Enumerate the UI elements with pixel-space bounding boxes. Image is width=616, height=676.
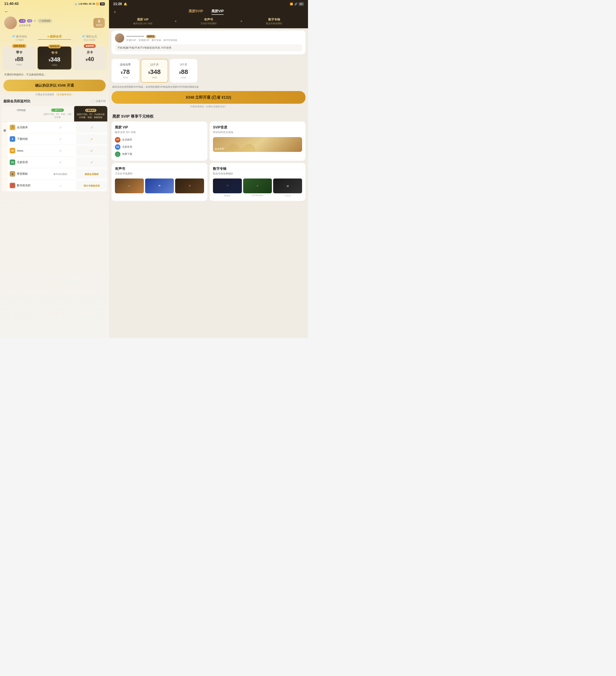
left-panel: 11:40:43 📡 1.10 KB/s 4G 4G 📶 73 ← 会员 lv1… — [0, 0, 109, 338]
benefit-card-vip[interactable]: 黑胶 VIP 畅享全部 20+ 特权 VIP 会员曲库 SQ 无损音质 ↓ 免费… — [112, 121, 208, 161]
sub-option-3month[interactable]: 3个月 ¥88 ¥120 — [170, 59, 197, 82]
digital-thumb-3: 🎹 — [273, 178, 302, 193]
digital-album-thumbs: 🎤 林俊杰 🎸 Ed Sheeran 🎹 久石让 — [213, 178, 302, 197]
profile-badges: 会员 lv1 ✓ ✏ 设置铭牌 — [19, 19, 91, 23]
tab-super[interactable]: ♦ 超级会员 — [37, 33, 72, 44]
table-row: ♦ 尊贵图标 豪华绿钻图标 超级会员图标 — [2, 168, 107, 180]
network-speed: 1.10 KB/s — [78, 3, 88, 5]
right-user-desc: 开通SVIP，享黑胶VIP、数字专辑、有声书等特权 — [126, 39, 302, 42]
price-cards: 仅29.4元/月 季卡 ¥88 ¥120 仅29元/月 年卡 ¥348 ¥480… — [0, 46, 109, 70]
svip-benefits-title: 黑胶 SVIP 尊享千元特权 — [109, 111, 308, 121]
back-button-right[interactable]: ‹ — [114, 9, 116, 15]
right-header: ‹ 黑胶SVIP 黑胶VIP — [109, 7, 308, 18]
right-content: —————— SVIP注 开通SVIP，享黑胶VIP、数字专辑、有声书等特权 手… — [109, 28, 308, 338]
welfare-value: 0 — [96, 19, 102, 24]
time-left: 11:40:43 — [4, 2, 18, 6]
tab-av-label: 视听会员 — [86, 35, 97, 38]
status-icons-left: 📡 1.10 KB/s 4G 4G 📶 73 — [74, 2, 105, 5]
filter-label: 仅看不同 — [96, 100, 106, 103]
plus-icon-1: + — [172, 19, 179, 24]
username-text: —————— — [126, 35, 144, 38]
season-option-name: 连续包季 — [115, 63, 135, 66]
vip-icon-cell: 豪华绿钻图标 — [45, 169, 76, 179]
agreement-link[interactable]: 《会员服务协议》 — [55, 93, 73, 96]
year-name: 年卡 — [40, 51, 69, 55]
benefit-item: SQ 无损音质 — [115, 144, 204, 150]
group-label: 付费音乐包特权 — [2, 122, 8, 133]
agreement-text: 开通会员代表接受 《会员服务协议》 — [0, 93, 109, 96]
wifi-icon: 📶 — [96, 3, 99, 5]
set-emblem-button[interactable]: ✏ 设置铭牌 — [38, 19, 52, 23]
year-option-price: ¥348 — [144, 68, 165, 75]
av-icon: 💎 — [82, 35, 86, 38]
audiobook-thumb-item3: 📕 — [175, 178, 204, 193]
artist-name-2: Ed Sheeran — [243, 194, 272, 196]
verify-icon: ✓ — [34, 19, 36, 23]
tab-vip-right[interactable]: 黑胶VIP — [212, 9, 224, 15]
super-exclusive-label: 部分专辑抢先听 — [83, 184, 100, 187]
benefit-item: ↓ 免费下载 — [115, 152, 204, 157]
header-tabs: 黑胶SVIP 黑胶VIP — [189, 9, 224, 15]
artist-name-1: 林俊杰 — [213, 194, 242, 197]
subtab-vip[interactable]: 黑胶 VIP 畅享全部 20+ 特权 — [113, 18, 172, 25]
benefit-card-svip-quality[interactable]: SVIP音质 带你回到音乐现场 超清母带 — [210, 121, 305, 161]
tab-vip[interactable]: 💎 豪华绿钻 VIP畅听 — [2, 33, 37, 44]
benefit-card-digital[interactable]: 数字专辑 甄选专辑免费畅听 🎤 林俊杰 🎸 Ed Sheeran 🎹 久石让 — [210, 163, 305, 201]
sub-option-year[interactable]: 12个月 ¥348 ¥480 — [141, 59, 168, 82]
table-row: HD Hires ✓ ✓ — [2, 145, 107, 157]
vip-item-icon-1: VIP — [115, 137, 120, 143]
benefit-card-audiobook[interactable]: 有声书 万本好书免费听 📚 📖 📕 — [112, 163, 208, 201]
vip-item-label-1: 会员曲库 — [122, 138, 132, 142]
4g-icon2: 4G — [93, 3, 95, 5]
signal-right-icon: 📶 — [290, 3, 293, 5]
subtab-digital-main: 数字专辑 — [245, 18, 304, 21]
super-icon: ♦ — [47, 35, 49, 38]
confirm-button[interactable]: 确认协议并以 ¥348 开通 — [3, 80, 106, 91]
price-card-month[interactable]: 超值特权 月卡 ¥40 — [73, 46, 107, 70]
digital-thumb-item-1: 🎤 林俊杰 — [213, 178, 242, 197]
bell-mute-icon: 🔔 — [124, 2, 127, 6]
digital-thumb-item-3: 🎹 久石让 — [273, 178, 302, 197]
right-panel: 11:28 🔔 📶 🔗 57 ‹ 黑胶SVIP 黑胶VIP 黑胶 VIP 畅享全… — [109, 0, 308, 338]
group-spacer2 — [2, 145, 8, 156]
th-vip: 💚 豪华绿钻 适用于手机、PC、Pad、大部分车载 — [41, 106, 74, 122]
tab-vip-label: 豪华绿钻 — [16, 35, 27, 38]
back-button[interactable]: ← — [0, 7, 109, 16]
group-spacer5 — [2, 180, 8, 191]
th-feature: VIP特权 — [2, 106, 41, 122]
table-row: ⬇ 下载特权 ✓ ✓ — [2, 133, 107, 145]
price-card-season[interactable]: 仅29.4元/月 季卡 ¥88 ¥120 — [3, 46, 36, 70]
music-visualization: 超清母带 — [213, 137, 302, 152]
row-label-member: 🎵 会员曲库 — [8, 122, 45, 133]
super-icon-label: 超级会员图标 — [85, 173, 99, 175]
signal-icon: 📡 — [74, 3, 77, 5]
4g-icon: 4G — [89, 3, 92, 5]
svip-quality-title: SVIP音质 — [213, 125, 302, 130]
vip-item-label-2: 无损音质 — [122, 145, 132, 149]
member-notice: 会员未开通 — [19, 24, 91, 27]
status-bar-right: 11:28 🔔 📶 🔗 57 — [109, 0, 308, 7]
audiobook-sub: 万本好书免费听 — [115, 172, 204, 176]
toggle-circle-icon — [91, 100, 94, 103]
price-card-year[interactable]: 仅29元/月 年卡 ¥348 ¥480 — [38, 46, 71, 70]
subtab-audiobook[interactable]: 有声书 万本好书免费听 — [179, 18, 238, 25]
right-cta-button[interactable]: ¥348 立即开通 (已省 ¥132) — [112, 91, 305, 104]
table-row: 付费音乐包特权 🎵 会员曲库 ✓ ✓ — [2, 122, 107, 133]
sub-option-season[interactable]: 连续包季 ¥78 ¥120 — [112, 59, 139, 82]
season-option-price: ¥78 — [115, 68, 135, 75]
filter-toggle[interactable]: 仅看不同 — [91, 100, 106, 103]
device-support: 手机/电脑/平板/手表/TV/智能音箱/车机 均可使用 — [115, 44, 302, 51]
tab-av[interactable]: 💎 视听会员 双会员特权 — [72, 33, 107, 44]
digital-thumb-1: 🎤 — [213, 178, 242, 193]
svip-badge: SVIP注 — [146, 35, 156, 38]
subtab-digital-sub: 甄选专辑免费听 — [245, 22, 304, 25]
digital-thumb-2: 🎸 — [243, 178, 272, 193]
agreement-prefix: 开通会员代表接受 — [36, 93, 54, 96]
vip-exclusive-label: — — [59, 184, 62, 187]
table-row: 🎵 数专抢先听 — 部分专辑抢先听 — [2, 180, 107, 191]
subtab-audiobook-sub: 万本好书免费听 — [179, 22, 238, 25]
th-feature-label: VIP特权 — [17, 109, 26, 112]
subtab-digital[interactable]: 数字专辑 甄选专辑免费听 — [245, 18, 304, 25]
tab-svip[interactable]: 黑胶SVIP — [189, 9, 203, 15]
row-label-hires: HD Hires — [8, 145, 45, 156]
